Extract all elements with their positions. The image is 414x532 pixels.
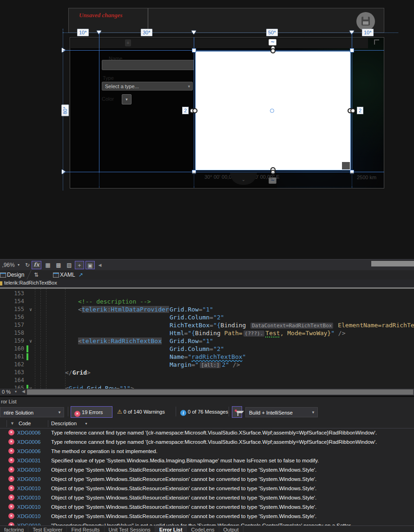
designer-horizontal-scrollbar[interactable] — [371, 261, 414, 266]
name-textbox[interactable] — [102, 60, 194, 70]
popout-icon[interactable]: ↗ — [79, 270, 83, 279]
xaml-code-editor[interactable]: 153154<!-- description -->155∨<telerik:H… — [0, 289, 414, 389]
column-code[interactable]: Code — [19, 419, 31, 428]
scroll-left-icon[interactable]: ◀ — [22, 389, 25, 394]
error-row[interactable]: ×XDG0010Object of type 'System.Windows.S… — [0, 484, 414, 493]
code-line-159[interactable]: 159∨<telerik:RadRichTextBoxGrid.Row="1" — [0, 337, 414, 345]
zoom-caret-icon[interactable]: ▾ — [16, 261, 21, 269]
margin-anchor-icon-left[interactable] — [190, 108, 197, 112]
error-row[interactable]: ×XDG0010Object of type 'System.Windows.S… — [0, 493, 414, 502]
show-grid-icon[interactable]: ▦ — [44, 261, 52, 269]
designer-zoom-value[interactable]: ,96% — [1, 261, 16, 269]
error-row[interactable]: ×XDG0006The method or operation is not i… — [0, 447, 414, 456]
source-dropdown[interactable]: Build + IntelliSense▼ — [245, 407, 318, 417]
selection-handle[interactable] — [350, 48, 354, 52]
map-nav-control[interactable]: ⌄ — [230, 173, 257, 185]
editor-zoom-value[interactable]: 0 % — [2, 389, 11, 395]
tab-xaml[interactable]: XAML — [60, 270, 75, 279]
error-row[interactable]: ×XDG0006Type reference cannot find type … — [0, 437, 414, 447]
selection-handle[interactable] — [192, 48, 196, 52]
scope-dropdown[interactable]: ntire Solution▼ — [0, 407, 64, 417]
transparency-icon[interactable]: ▨ — [66, 261, 73, 269]
bottom-tab-factoring[interactable]: factoring — [0, 526, 28, 532]
code-line-162[interactable]: 162Margin="[all:]2" /> — [0, 361, 414, 369]
error-row[interactable]: ×XDG0010Object of type 'System.Windows.S… — [0, 512, 414, 521]
collapse-left-icon[interactable]: ◀ — [97, 261, 103, 269]
error-row[interactable]: ×XDG0010Object of type 'System.Windows.S… — [0, 502, 414, 512]
bottom-tab-test-explorer[interactable]: Test Explorer — [28, 526, 67, 532]
bottom-tab-find-results[interactable]: Find Results — [67, 526, 104, 532]
code-token: radRichTextBox — [191, 353, 243, 360]
code-line-163[interactable]: 163</Grid> — [0, 369, 414, 376]
effects-toggle-button[interactable]: fx — [32, 261, 41, 269]
errors-filter-button[interactable]: × 19 Errors — [71, 406, 112, 418]
code-token: DataContext=RadRichTextBox — [250, 323, 333, 329]
code-line-165[interactable]: 165∨<Grid Grid.Row="1"> — [0, 384, 414, 389]
margin-anchor-icon-right[interactable] — [348, 108, 355, 112]
error-description: ''DependencyProperty.UnsetValue'' is not… — [51, 521, 414, 526]
editor-scrollbar-track[interactable] — [27, 389, 414, 395]
error-row[interactable]: ×XDG0010Object of type 'System.Windows.S… — [0, 474, 414, 484]
error-row[interactable]: ×XDG0006Type reference cannot find type … — [0, 428, 414, 437]
warnings-filter-button[interactable]: ⚠ 0 of 140 Warnings — [117, 406, 165, 418]
code-token: "1" — [202, 306, 213, 313]
auto-size-badge-top[interactable]: ~ — [269, 39, 276, 45]
column-size-label[interactable]: 50* — [266, 29, 278, 36]
code-token: = — [184, 353, 188, 360]
severity-column-icon[interactable]: ▼ — [10, 419, 14, 428]
color-dropdown-button[interactable]: ▾ — [122, 94, 131, 104]
editor-scrollbar-thumb[interactable] — [27, 389, 413, 395]
tab-design[interactable]: Design — [7, 270, 24, 279]
bottom-tab-unit-test-sessions[interactable]: Unit Test Sessions — [105, 526, 155, 532]
save-overlay-icon[interactable] — [356, 12, 375, 31]
column-size-label[interactable]: 30* — [141, 29, 152, 36]
column-size-label[interactable]: 10* — [362, 29, 374, 36]
fold-collapse-icon[interactable]: ∨ — [29, 337, 32, 345]
error-description: Object of type 'System.Windows.StaticRes… — [51, 502, 414, 512]
bottom-tab-output[interactable]: Output — [219, 526, 243, 532]
code-line-154[interactable]: 154<!-- description --> — [0, 298, 414, 305]
code-line-156[interactable]: 156Grid.Column="2" — [0, 313, 414, 321]
error-row[interactable]: ×XDG0010''DependencyProperty.UnsetValue'… — [0, 521, 414, 526]
code-line-158[interactable]: 158Html="{Binding Path=(???).Test, Mode=… — [0, 329, 414, 337]
code-segment: <!-- description --> — [78, 298, 151, 305]
code-line-153[interactable]: 153 — [0, 290, 414, 298]
swap-panes-icon[interactable]: ⇅ — [34, 270, 39, 279]
zoom-caret-icon[interactable]: ▾ — [15, 389, 17, 394]
refresh-icon[interactable]: ↻ — [24, 261, 31, 269]
error-row[interactable]: ×XDG0010Object of type 'System.Windows.S… — [0, 465, 414, 474]
fold-collapse-icon[interactable]: ∨ — [29, 384, 32, 389]
code-segment: Name="radRichTextBox" — [170, 353, 246, 361]
code-token: Binding — [221, 322, 250, 329]
margin-anchor-icon-top[interactable] — [270, 45, 274, 52]
resize-grip[interactable] — [342, 162, 350, 169]
column-divider-marker[interactable] — [191, 31, 196, 34]
snaplines-toggle-button[interactable]: + — [75, 261, 84, 269]
code-line-157[interactable]: 157RichTextBox="{Binding DataContext=Rad… — [0, 321, 414, 329]
row-size-label[interactable]: 80* — [61, 105, 69, 117]
code-line-155[interactable]: 155∨<telerik:HtmlDataProviderGrid.Row="1… — [0, 305, 414, 313]
column-size-label[interactable]: 10* — [77, 29, 89, 36]
column-description[interactable]: Description — [51, 419, 77, 428]
type-combobox[interactable]: Select a type... ▾ — [102, 82, 193, 91]
bottom-tab-codelens[interactable]: CodeLens — [187, 526, 219, 532]
bottom-tab-error-list[interactable]: Error List — [155, 526, 187, 532]
code-line-164[interactable]: 164 — [0, 376, 414, 384]
code-token: ElementName=radRichTextBox} — [338, 322, 414, 329]
breadcrumb-element[interactable]: telerik:RadRichTextBox — [4, 280, 57, 285]
error-row[interactable]: ×XDG0031Specified value of type 'System.… — [0, 456, 414, 465]
messages-filter-button[interactable]: i 0 of 76 Messages — [180, 406, 228, 418]
add-file-icon[interactable]: + — [125, 39, 131, 46]
filter-button[interactable] — [232, 406, 242, 418]
grid-column-line — [99, 32, 99, 188]
fold-collapse-icon[interactable]: ∨ — [29, 305, 32, 313]
code-token: "1" — [202, 337, 213, 344]
snap-grid-icon[interactable]: ▩ — [55, 261, 62, 269]
margin-badge-right[interactable]: 2 — [357, 107, 363, 114]
snap-to-baseline-toggle-button[interactable]: ▣ — [85, 261, 95, 269]
error-description: Object of type 'System.Windows.StaticRes… — [51, 484, 414, 493]
margin-badge-left[interactable]: 2 — [182, 107, 189, 114]
code-line-161[interactable]: 161Name="radRichTextBox" — [0, 353, 414, 361]
code-line-160[interactable]: 160Grid.Column="2" — [0, 345, 414, 353]
error-icon: × — [8, 476, 14, 482]
